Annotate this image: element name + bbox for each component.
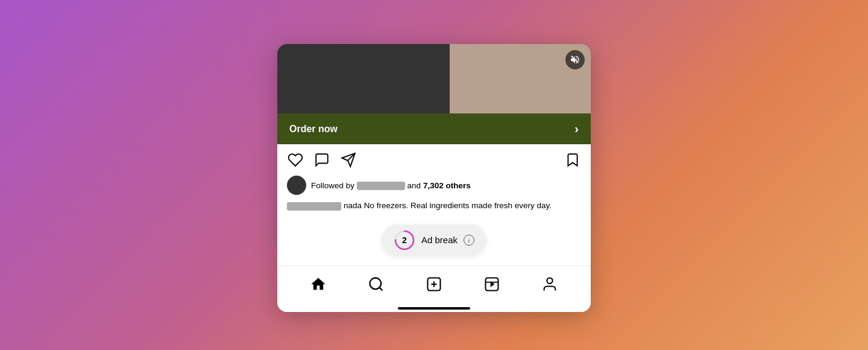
likes-count: 7,302 <box>423 181 444 190</box>
nav-add-button[interactable] <box>423 273 445 295</box>
heart-icon <box>288 152 303 168</box>
mute-icon <box>570 54 580 65</box>
bottom-nav <box>277 266 591 302</box>
add-icon <box>426 276 442 293</box>
svg-line-5 <box>379 287 382 290</box>
comment-icon <box>314 152 330 168</box>
bookmark-icon <box>565 152 580 168</box>
likes-others: others <box>445 181 470 190</box>
like-button[interactable] <box>287 151 304 168</box>
svg-point-12 <box>547 278 552 283</box>
phone-card: Order now › <box>277 44 591 311</box>
likes-text: Followed by and 7,302 others <box>311 181 471 190</box>
nav-home-button[interactable] <box>307 273 329 295</box>
search-icon <box>368 276 385 293</box>
home-indicator <box>277 302 591 312</box>
countdown-circle: 2 <box>394 229 415 251</box>
caption-row: nada No freezers. Real ingredients made … <box>277 199 591 218</box>
reels-icon <box>483 276 500 293</box>
comment-button[interactable] <box>313 151 330 168</box>
svg-point-4 <box>370 278 382 289</box>
share-button[interactable] <box>340 151 357 168</box>
ad-break-container: 2 Ad break i <box>277 218 591 266</box>
nav-reels-button[interactable] <box>481 273 503 295</box>
ad-break-info-button[interactable]: i <box>464 235 474 246</box>
caption-blurred-handle <box>287 202 341 211</box>
video-area <box>277 44 591 113</box>
likes-row: Followed by and 7,302 others <box>277 176 591 199</box>
avatar <box>287 176 306 195</box>
home-indicator-bar <box>398 307 470 310</box>
video-bg-left <box>277 44 465 113</box>
order-now-bar[interactable]: Order now › <box>277 113 591 144</box>
actions-left <box>287 151 555 168</box>
nav-search-button[interactable] <box>365 273 387 295</box>
order-now-label: Order now <box>289 124 338 135</box>
actions-row <box>277 144 591 176</box>
bookmark-button[interactable] <box>564 151 581 168</box>
blurred-username <box>357 182 405 190</box>
home-icon <box>310 276 327 293</box>
caption-text: nada No freezers. Real ingredients made … <box>344 201 552 210</box>
order-now-chevron-icon: › <box>574 122 579 136</box>
send-icon <box>341 152 356 168</box>
ad-break-label: Ad break <box>421 235 458 245</box>
profile-icon <box>541 276 558 293</box>
nav-profile-button[interactable] <box>539 273 561 295</box>
countdown-number: 2 <box>402 235 407 245</box>
ad-break-pill: 2 Ad break i <box>382 224 486 256</box>
